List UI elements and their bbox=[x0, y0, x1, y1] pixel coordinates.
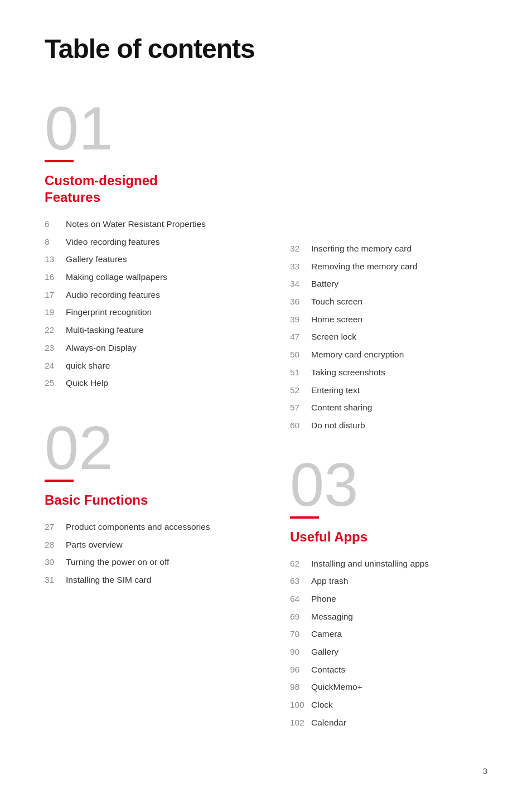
toc-label: Turning the power on or off bbox=[66, 556, 169, 568]
toc-page-num: 8 bbox=[45, 236, 66, 248]
toc-label: Parts overview bbox=[66, 539, 123, 551]
toc-label: Contacts bbox=[311, 664, 345, 676]
list-item: 63 App trash bbox=[290, 575, 487, 587]
toc-page-num: 52 bbox=[290, 384, 311, 396]
toc-page-num: 32 bbox=[290, 243, 311, 255]
list-item: 23 Always-on Display bbox=[45, 342, 262, 354]
toc-label: Do not disturb bbox=[311, 419, 365, 432]
list-item: 31 Installing the SIM card bbox=[45, 574, 262, 586]
toc-label: Touch screen bbox=[311, 296, 362, 308]
toc-page-num: 17 bbox=[45, 289, 66, 301]
list-item: 98 QuickMemo+ bbox=[290, 681, 487, 693]
toc-label: Always-on Display bbox=[66, 342, 137, 354]
toc-page-num: 34 bbox=[290, 278, 311, 290]
toc-page-num: 30 bbox=[45, 556, 66, 568]
list-item: 96 Contacts bbox=[290, 664, 487, 676]
list-item: 6 Notes on Water Resistant Properties bbox=[45, 218, 262, 230]
toc-page-num: 23 bbox=[45, 342, 66, 354]
section-02-list: 27 Product components and accessories 28… bbox=[45, 521, 262, 586]
toc-page-num: 57 bbox=[290, 402, 311, 414]
list-item: 102 Calendar bbox=[290, 717, 487, 729]
toc-label: Making collage wallpapers bbox=[66, 271, 167, 283]
toc-label: Quick Help bbox=[66, 377, 108, 389]
toc-label: Gallery bbox=[311, 646, 338, 658]
list-item: 57 Content sharing bbox=[290, 402, 487, 414]
list-item: 90 Gallery bbox=[290, 646, 487, 658]
section-03-title: Useful Apps bbox=[290, 529, 487, 545]
list-item: 64 Phone bbox=[290, 593, 487, 605]
list-item: 13 Gallery features bbox=[45, 253, 262, 265]
toc-page-num: 102 bbox=[290, 717, 311, 729]
toc-page-num: 31 bbox=[45, 574, 66, 586]
toc-label: App trash bbox=[311, 575, 348, 587]
toc-page-num: 70 bbox=[290, 628, 311, 640]
list-item: 69 Messaging bbox=[290, 611, 487, 623]
list-item: 16 Making collage wallpapers bbox=[45, 271, 262, 283]
toc-label: Entering text bbox=[311, 384, 360, 396]
section-01-title: Custom-designed Features bbox=[45, 172, 262, 206]
list-item: 60 Do not disturb bbox=[290, 419, 487, 432]
toc-page-num: 39 bbox=[290, 313, 311, 326]
toc-page-num: 100 bbox=[290, 699, 311, 711]
list-item: 28 Parts overview bbox=[45, 539, 262, 551]
section-02-title: Basic Functions bbox=[45, 492, 262, 509]
section-03-list: 62 Installing and uninstalling apps 63 A… bbox=[290, 558, 487, 729]
list-item: 22 Multi-tasking feature bbox=[45, 324, 262, 336]
list-item: 32 Inserting the memory card bbox=[290, 243, 487, 255]
toc-page-num: 60 bbox=[290, 419, 311, 432]
toc-page-num: 90 bbox=[290, 646, 311, 658]
toc-page-num: 22 bbox=[45, 324, 66, 336]
toc-label: Removing the memory card bbox=[311, 260, 417, 273]
list-item: 19 Fingerprint recognition bbox=[45, 306, 262, 318]
toc-page-num: 28 bbox=[45, 539, 66, 551]
toc-page-num: 64 bbox=[290, 593, 311, 605]
list-item: 70 Camera bbox=[290, 628, 487, 640]
section-02-right-list: 32 Inserting the memory card 33 Removing… bbox=[290, 243, 487, 432]
toc-label: Notes on Water Resistant Properties bbox=[66, 218, 206, 230]
page-number: 3 bbox=[483, 766, 487, 776]
page-title: Table of contents bbox=[45, 33, 487, 64]
list-item: 51 Taking screenshots bbox=[290, 366, 487, 379]
toc-label: Home screen bbox=[311, 313, 362, 326]
toc-label: quick share bbox=[66, 360, 110, 372]
toc-label: Battery bbox=[311, 278, 338, 290]
section-01-list: 6 Notes on Water Resistant Properties 8 … bbox=[45, 218, 262, 389]
section-01-number: 01 bbox=[45, 98, 262, 159]
list-item: 52 Entering text bbox=[290, 384, 487, 396]
list-item: 8 Video recording features bbox=[45, 236, 262, 248]
toc-label: Video recording features bbox=[66, 236, 160, 248]
list-item: 39 Home screen bbox=[290, 313, 487, 326]
toc-page-num: 50 bbox=[290, 349, 311, 361]
toc-label: Content sharing bbox=[311, 402, 372, 414]
toc-label: Calendar bbox=[311, 717, 346, 729]
toc-label: Installing the SIM card bbox=[66, 574, 151, 586]
list-item: 47 Screen lock bbox=[290, 331, 487, 343]
list-item: 33 Removing the memory card bbox=[290, 260, 487, 273]
toc-label: Messaging bbox=[311, 611, 353, 623]
toc-label: QuickMemo+ bbox=[311, 681, 362, 693]
toc-page-num: 33 bbox=[290, 260, 311, 273]
toc-page-num: 6 bbox=[45, 218, 66, 230]
toc-label: Product components and accessories bbox=[66, 521, 210, 533]
list-item: 25 Quick Help bbox=[45, 377, 262, 389]
toc-label: Gallery features bbox=[66, 253, 127, 265]
section-03-number: 03 bbox=[290, 454, 487, 515]
list-item: 30 Turning the power on or off bbox=[45, 556, 262, 568]
toc-page-num: 27 bbox=[45, 521, 66, 533]
toc-label: Memory card encryption bbox=[311, 349, 404, 361]
list-item: 17 Audio recording features bbox=[45, 289, 262, 301]
toc-label: Fingerprint recognition bbox=[66, 306, 152, 318]
toc-page-num: 24 bbox=[45, 360, 66, 372]
list-item: 27 Product components and accessories bbox=[45, 521, 262, 533]
list-item: 34 Battery bbox=[290, 278, 487, 290]
toc-label: Multi-tasking feature bbox=[66, 324, 144, 336]
section-02-number: 02 bbox=[45, 417, 262, 478]
section-01: 01 Custom-designed Features 6 Notes on W… bbox=[45, 98, 262, 389]
toc-label: Inserting the memory card bbox=[311, 243, 412, 255]
toc-label: Camera bbox=[311, 628, 342, 640]
toc-page-num: 36 bbox=[290, 296, 311, 308]
toc-page-num: 13 bbox=[45, 253, 66, 265]
toc-page-num: 51 bbox=[290, 366, 311, 379]
toc-page-num: 47 bbox=[290, 331, 311, 343]
list-item: 24 quick share bbox=[45, 360, 262, 372]
